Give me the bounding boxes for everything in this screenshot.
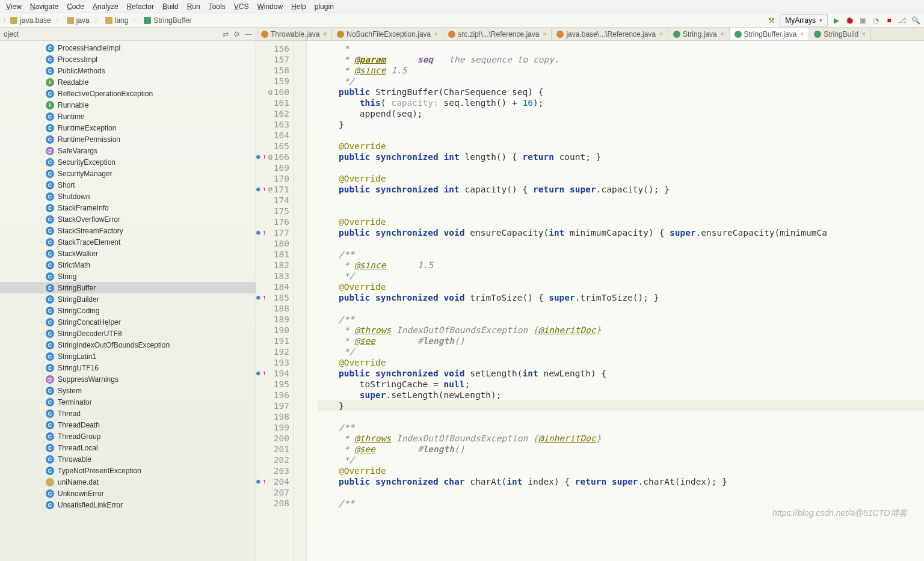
stop-icon[interactable]: ■ [884,16,894,25]
menu-plugin[interactable]: plugin [315,2,334,11]
tree-item[interactable]: SecurityException [0,156,256,168]
tree-item[interactable]: StringUTF16 [0,362,256,373]
navigation-toolbar: ›java.base〉java〉lang〉StringBuffer ⚒ MyAr… [0,13,924,28]
close-icon[interactable]: × [721,31,724,37]
tree-item[interactable]: StringIndexOutOfBoundsException [0,339,256,351]
tree-item[interactable]: ReflectiveOperationException [0,88,256,99]
editor-tab[interactable]: String.java× [668,28,730,40]
profile-icon[interactable]: ◔ [871,16,881,25]
gear-icon[interactable]: ⚙ [233,30,240,38]
code-editor[interactable]: 156157158159@160161162163164165●↑@166169… [256,41,924,561]
tree-item[interactable]: StackWalker [0,248,256,259]
tree-item[interactable]: Shutdown [0,191,256,202]
project-tree[interactable]: ProcessHandleImplProcessImplPublicMethod… [0,41,256,561]
tree-item[interactable]: StringBuffer [0,282,256,293]
tree-item[interactable]: Throwable [0,453,256,465]
close-icon[interactable]: × [659,31,663,37]
tree-item[interactable]: String [0,271,256,282]
coverage-icon[interactable]: ▣ [858,16,867,25]
editor-area: Throwable.java×NoSuchFileException.java×… [256,28,924,561]
source-code[interactable]: * * @param seq the sequence to copy. * @… [307,41,924,561]
tree-item[interactable]: RuntimeException [0,122,256,133]
tree-item[interactable]: Terminator [0,396,256,408]
close-icon[interactable]: × [862,31,866,37]
tree-item[interactable]: StringLatin1 [0,351,256,362]
run-config-dropdown[interactable]: MyArrays [780,14,828,26]
menu-window[interactable]: Window [257,2,283,11]
build-icon[interactable]: ⚒ [766,16,776,25]
close-icon[interactable]: × [543,31,547,37]
menu-build[interactable]: Build [162,2,179,11]
menu-bar: ViewNavigateCodeAnalyzeRefactorBuildRunT… [0,0,924,13]
menu-help[interactable]: Help [291,2,306,11]
breadcrumb[interactable]: ›java.base〉java〉lang〉StringBuffer [4,15,196,26]
editor-tab[interactable]: src.zip!\...\Reference.java× [443,28,552,40]
project-header: oject ⇄ ⚙ — [0,28,256,41]
tree-item[interactable]: StrictMath [0,259,256,271]
menu-vcs[interactable]: VCS [234,2,249,11]
editor-tabs[interactable]: Throwable.java×NoSuchFileException.java×… [256,28,924,41]
tree-item[interactable]: Runnable [0,99,256,111]
menu-code[interactable]: Code [67,2,84,11]
menu-view[interactable]: View [6,2,22,11]
tree-item[interactable]: StringConcatHelper [0,316,256,328]
tree-item[interactable]: ThreadGroup [0,431,256,442]
tree-item[interactable]: Runtime [0,111,256,122]
tree-item[interactable]: UnknownError [0,488,256,499]
tree-item[interactable]: ProcessHandleImpl [0,42,256,54]
breadcrumb-item[interactable]: java.base [7,15,54,26]
close-icon[interactable]: × [434,31,438,37]
menu-run[interactable]: Run [187,2,200,11]
gutter[interactable]: 156157158159@160161162163164165●↑@166169… [256,41,294,561]
tree-item[interactable]: StackOverflowError [0,213,256,225]
toolbar-right: ⚒ MyArrays ▶ 🐞 ▣ ◔ ■ ⎇ 🔍 [766,14,920,26]
search-icon[interactable]: 🔍 [911,16,920,25]
breadcrumb-item[interactable]: StringBuffer [140,15,195,26]
run-icon[interactable]: ▶ [831,16,841,25]
editor-tab[interactable]: StringBuild× [809,28,871,40]
tree-item[interactable]: SecurityManager [0,168,256,179]
breadcrumb-item[interactable]: java [63,15,93,26]
git-icon[interactable]: ⎇ [898,16,907,25]
tree-item[interactable]: StringDecoderUTF8 [0,328,256,339]
scroll-from-source-icon[interactable]: ⇄ [223,30,229,38]
tree-item[interactable]: ProcessImpl [0,54,256,65]
breadcrumb-item[interactable]: lang [102,15,132,26]
editor-tab[interactable]: Throwable.java× [256,28,332,40]
tree-item[interactable]: Thread [0,408,256,419]
tree-item[interactable]: SuppressWarnings [0,373,256,385]
debug-icon[interactable]: 🐞 [845,16,854,25]
tree-item[interactable]: UnsatisfiedLinkError [0,499,256,510]
editor-tab[interactable]: StringBuffer.java× [730,28,810,40]
tree-item[interactable]: RuntimePermission [0,133,256,145]
tree-item[interactable]: PublicMethods [0,65,256,76]
main-split: oject ⇄ ⚙ — ProcessHandleImplProcessImpl… [0,28,924,561]
tree-item[interactable]: StackStreamFactory [0,225,256,236]
tree-item[interactable]: ThreadDeath [0,419,256,431]
editor-tab[interactable]: java.base\...\Reference.java× [552,28,668,40]
project-tool-window: oject ⇄ ⚙ — ProcessHandleImplProcessImpl… [0,28,256,561]
tree-item[interactable]: StringCoding [0,305,256,316]
close-icon[interactable]: × [323,31,327,37]
tree-item[interactable]: StringBuilder [0,293,256,305]
hide-icon[interactable]: — [245,30,252,38]
tree-item[interactable]: SafeVarargs [0,145,256,156]
tree-item[interactable]: StackTraceElement [0,236,256,248]
project-header-title: oject [4,30,19,38]
tree-item[interactable]: uniName.dat [0,476,256,488]
tree-item[interactable]: System [0,385,256,396]
menu-analyze[interactable]: Analyze [93,2,119,11]
tree-item[interactable]: Readable [0,76,256,88]
margin-strip [294,41,307,561]
editor-tab[interactable]: NoSuchFileException.java× [332,28,443,40]
menu-refactor[interactable]: Refactor [127,2,154,11]
tree-item[interactable]: Short [0,179,256,191]
tree-item[interactable]: StackFrameInfo [0,202,256,213]
menu-navigate[interactable]: Navigate [30,2,58,11]
tree-item[interactable]: TypeNotPresentException [0,465,256,476]
run-config-label: MyArrays [785,16,816,25]
tree-item[interactable]: ThreadLocal [0,442,256,453]
close-icon[interactable]: × [800,31,804,37]
menu-tools[interactable]: Tools [209,2,226,11]
